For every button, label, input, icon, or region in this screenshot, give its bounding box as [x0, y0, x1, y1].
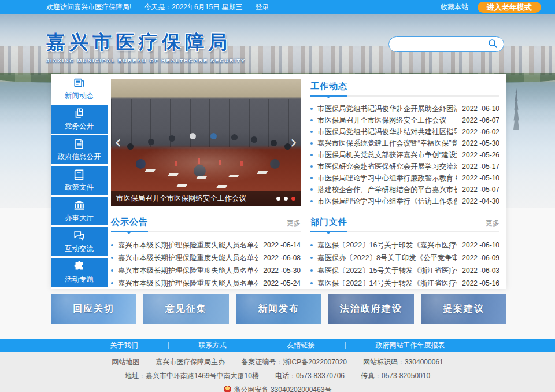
news-item[interactable]: 嘉兴市本级长期护理保险重度失能人员名单公示（2... 2022 -05-30 [111, 264, 301, 277]
sidebar-item-interaction[interactable]: 互动交流 [51, 227, 108, 256]
news-item-date: 2022 -06-09 [462, 254, 500, 262]
news-item[interactable]: 嘉医保办〔2022〕8号关于印发《公平竞争审查... 2022 -06-09 [310, 252, 500, 264]
news-item-date: 2022 -05-24 [263, 279, 301, 287]
bullet-icon [310, 257, 313, 259]
footer-nav-about[interactable]: 关于我们 [80, 342, 169, 349]
search-input[interactable] [397, 40, 486, 49]
carousel-dots [276, 197, 295, 201]
news-item[interactable]: 嘉兴市本级长期护理保险重度失能人员名单公示（2... 2022 -06-08 [111, 252, 301, 264]
topbar: 欢迎访问嘉兴市医疗保障局! 今天是：2022年6月15日 星期三 登录 收藏本站… [0, 0, 555, 14]
bullet-icon [310, 282, 313, 284]
footer-sitemap-link[interactable]: 网站地图 [112, 357, 139, 367]
carousel-photo-meeting [111, 79, 301, 206]
quick-link-press[interactable]: 新闻发布 [236, 294, 321, 324]
site-logo: 嘉兴市医疗保障局 JIAXING MUNICIPAL BUREAU OF HEA… [46, 29, 246, 64]
news-item-title: 嘉医保〔2022〕14号关于转发《浙江省医疗保... [317, 279, 457, 289]
news-item[interactable]: 市医保局党组书记冯俊华赴结对共建社区指导全国文... 2022 -06-02 [310, 126, 500, 138]
sidebar-item-topics[interactable]: 活动专题 [51, 258, 108, 287]
news-item[interactable]: 嘉医保〔2022〕16号关于印发《嘉兴市医疗保... 2022 -06-10 [310, 239, 500, 252]
section-underline-arrow [326, 232, 331, 236]
news-item-date: 2022 -05-30 [462, 139, 500, 147]
news-item[interactable]: 嘉兴市医保系统党建工作会议暨“幸福医保”党建联... 2022 -05-30 [310, 138, 500, 149]
dept-files-list: 嘉医保〔2022〕16号关于印发《嘉兴市医疗保... 2022 -06-10 嘉… [310, 239, 500, 290]
footer-site-code: 网站标识码：3304000061 [363, 357, 443, 367]
elder-mode-button[interactable]: 进入老年模式 [478, 2, 541, 13]
news-item[interactable]: 嘉医保〔2022〕14号关于转发《浙江省医疗保... 2022 -05-16 [310, 277, 500, 290]
today-date: 今天是：2022年6月15日 星期三 [144, 2, 242, 12]
news-item[interactable]: 市医保局机关党总支部获评嘉兴市争创“建设清廉机... 2022 -05-26 [310, 149, 500, 161]
bullet-icon [310, 200, 313, 202]
news-item-title: 嘉医保〔2022〕15号关于转发《浙江省医疗保... [317, 266, 457, 276]
sidebar-item-news[interactable]: 新闻动态 [51, 74, 108, 103]
bullet-icon [310, 119, 313, 121]
carousel-dot[interactable] [276, 197, 280, 201]
footer-line-2: 地址：嘉兴市中环南路1469号中南大厦10楼 电话：0573-83370706 … [0, 371, 555, 381]
footer-nav-friend-links[interactable]: 友情链接 [257, 342, 346, 349]
site-title: 嘉兴市医疗保障局 [46, 29, 246, 56]
news-item-date: 2022 -06-10 [462, 241, 500, 249]
sidebar: 新闻动态 党务公开 政府信息公开 政策文件 办事大厅 互动交流 [51, 74, 108, 289]
book-icon [73, 168, 86, 181]
news-item[interactable]: 市医保局召开全市医保网络安全工作会议 2022 -06-07 [310, 114, 500, 126]
sidebar-item-label: 新闻动态 [65, 91, 94, 101]
section-dept-files: 部门文件 更多 嘉医保〔2022〕16号关于印发《嘉兴市医疗保... 2022 … [310, 217, 500, 290]
news-item[interactable]: 市医保研究会赴省医保研究会开展学习交流活动 2022 -05-17 [310, 161, 500, 172]
news-item-title: 市医保局理论学习中心组举行《信访工作条例》专题... [317, 197, 457, 206]
quick-link-label: 提案建议 [443, 303, 484, 315]
sidebar-item-party[interactable]: 党务公开 [51, 105, 108, 134]
quick-link-label: 意见征集 [165, 303, 207, 315]
news-item-date: 2022 -06-14 [263, 241, 301, 249]
carousel-dot-active[interactable] [291, 197, 295, 201]
carousel-caption[interactable]: 市医保局召开全市医保网络安全工作会议 [111, 191, 301, 206]
bullet-icon [310, 165, 313, 168]
footer: 网站地图 嘉兴市医疗保障局主办 备案证编号：浙ICP备2022007020 网站… [0, 352, 555, 392]
carousel-prev-arrow-icon[interactable]: ‹ [114, 134, 121, 151]
section-notices: 公示公告 更多 嘉兴市本级长期护理保险重度失能人员名单公示（2... 2022 … [111, 217, 301, 290]
meeting-people-silhouettes [127, 143, 134, 150]
footer-address: 地址：嘉兴市中环南路1469号中南大厦10楼 [125, 371, 259, 381]
footer-line-3: 浙公网安备 33040202000463号 [0, 385, 555, 392]
quick-link-response[interactable]: 回应关切 [51, 294, 136, 324]
chat-icon [73, 230, 86, 242]
notices-list: 嘉兴市本级长期护理保险重度失能人员名单公示（2... 2022 -06-14 嘉… [111, 239, 301, 290]
sidebar-item-label: 政府信息公开 [58, 152, 101, 162]
footer-nav-annual-report[interactable]: 政府网站工作年度报表 [346, 342, 475, 349]
sidebar-item-service-hall[interactable]: 办事大厅 [51, 197, 108, 225]
news-item[interactable]: 嘉医保〔2022〕15号关于转发《浙江省医疗保... 2022 -06-03 [310, 264, 500, 277]
news-item[interactable]: 市医保局理论学习中心组举行《信访工作条例》专题... 2022 -04-30 [310, 195, 500, 207]
section-work-news: 工作动态 市医保局党组书记冯俊华赴企开展助企纾困活动 2022 -06-10 市… [310, 81, 500, 207]
news-item-title: 搭建校企合作、产学研相结合的平台嘉兴市长期护理... [317, 185, 457, 195]
footer-line-1: 网站地图 嘉兴市医疗保障局主办 备案证编号：浙ICP备2022007020 网站… [0, 357, 555, 367]
quick-link-opinion[interactable]: 意见征集 [143, 294, 229, 324]
carousel-dot[interactable] [284, 197, 288, 201]
favorite-link[interactable]: 收藏本站 [441, 2, 468, 12]
quick-links: 回应关切 意见征集 新闻发布 法治政府建设 提案建议 [51, 294, 506, 324]
news-item[interactable]: 嘉兴市本级长期护理保险重度失能人员名单公示（2... 2022 -06-14 [111, 239, 301, 252]
sidebar-item-label: 党务公开 [65, 121, 94, 131]
more-link[interactable]: 更多 [486, 219, 500, 228]
document-icon [73, 138, 86, 150]
bullet-icon [111, 244, 113, 246]
news-item-date: 2022 -06-03 [462, 267, 500, 275]
footer-nav-contact[interactable]: 联系方式 [169, 342, 257, 349]
quick-link-proposal[interactable]: 提案建议 [421, 294, 506, 324]
news-item[interactable]: 市医保局党组书记冯俊华赴企开展助企纾困活动 2022 -06-10 [310, 103, 500, 114]
quick-link-law-gov[interactable]: 法治政府建设 [328, 294, 414, 324]
news-item[interactable]: 市医保局理论学习中心组举行廉政警示教育专题学习... 2022 -05-10 [310, 172, 500, 184]
more-link[interactable]: 更多 [287, 219, 301, 228]
news-item-title: 市医保局党组书记冯俊华赴结对共建社区指导全国文... [317, 127, 457, 137]
carousel-next-arrow-icon[interactable]: › [290, 134, 297, 151]
news-item-date: 2022 -06-08 [263, 254, 301, 262]
section-header: 公示公告 更多 [111, 217, 301, 232]
search-icon [487, 38, 498, 50]
sidebar-item-gov-info[interactable]: 政府信息公开 [51, 135, 108, 164]
bullet-icon [310, 269, 313, 272]
news-item-date: 2022 -05-26 [462, 151, 500, 159]
login-link[interactable]: 登录 [255, 2, 269, 12]
sidebar-item-policy[interactable]: 政策文件 [51, 166, 108, 195]
section-underline-arrow [326, 96, 331, 101]
news-item[interactable]: 嘉兴市本级长期护理保险重度失能人员名单公示（2... 2022 -05-24 [111, 277, 301, 290]
news-item[interactable]: 搭建校企合作、产学研相结合的平台嘉兴市长期护理... 2022 -05-07 [310, 184, 500, 195]
search-button[interactable] [486, 37, 499, 51]
news-item-date: 2022 -05-16 [462, 279, 500, 287]
